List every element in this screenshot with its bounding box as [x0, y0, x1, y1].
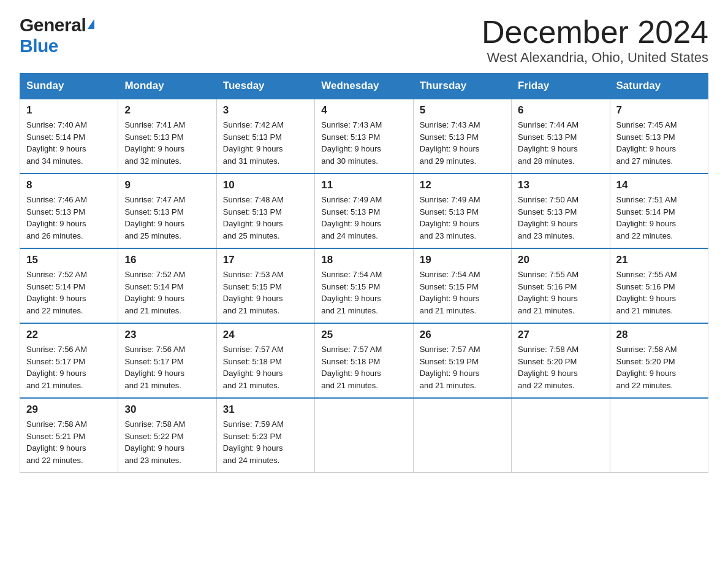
day-number: 29 [26, 404, 112, 416]
day-info: Sunrise: 7:51 AMSunset: 5:14 PMDaylight:… [616, 195, 677, 240]
calendar-cell: 13Sunrise: 7:50 AMSunset: 5:13 PMDayligh… [512, 174, 610, 248]
day-number: 31 [223, 404, 308, 416]
calendar-cell: 17Sunrise: 7:53 AMSunset: 5:15 PMDayligh… [216, 248, 314, 323]
location-subtitle: West Alexandria, Ohio, United States [482, 50, 708, 66]
day-number: 21 [616, 254, 702, 266]
calendar-cell: 18Sunrise: 7:54 AMSunset: 5:15 PMDayligh… [315, 248, 413, 323]
day-info: Sunrise: 7:43 AMSunset: 5:13 PMDaylight:… [420, 120, 480, 166]
calendar-cell: 1Sunrise: 7:40 AMSunset: 5:14 PMDaylight… [20, 99, 118, 174]
calendar-week-row: 15Sunrise: 7:52 AMSunset: 5:14 PMDayligh… [20, 248, 708, 323]
calendar-cell: 30Sunrise: 7:58 AMSunset: 5:22 PMDayligh… [118, 398, 216, 473]
calendar-cell: 20Sunrise: 7:55 AMSunset: 5:16 PMDayligh… [512, 248, 610, 323]
day-number: 30 [124, 404, 210, 416]
calendar-cell: 11Sunrise: 7:49 AMSunset: 5:13 PMDayligh… [315, 174, 413, 248]
month-title: December 2024 [482, 15, 708, 50]
calendar-cell: 26Sunrise: 7:57 AMSunset: 5:19 PMDayligh… [413, 323, 511, 398]
day-info: Sunrise: 7:54 AMSunset: 5:15 PMDaylight:… [420, 270, 480, 315]
day-info: Sunrise: 7:58 AMSunset: 5:21 PMDaylight:… [26, 419, 87, 465]
day-number: 16 [124, 254, 210, 266]
header-tuesday: Tuesday [216, 74, 314, 99]
calendar-cell [413, 398, 511, 473]
day-number: 17 [223, 254, 308, 266]
day-info: Sunrise: 7:54 AMSunset: 5:15 PMDaylight:… [321, 270, 382, 315]
day-number: 24 [223, 329, 308, 341]
day-info: Sunrise: 7:40 AMSunset: 5:14 PMDaylight:… [26, 120, 87, 166]
day-info: Sunrise: 7:58 AMSunset: 5:22 PMDaylight:… [124, 419, 185, 465]
day-number: 22 [26, 329, 112, 341]
logo-triangle-icon [88, 19, 94, 29]
header-wednesday: Wednesday [315, 74, 413, 99]
calendar-cell: 23Sunrise: 7:56 AMSunset: 5:17 PMDayligh… [118, 323, 216, 398]
calendar-cell: 9Sunrise: 7:47 AMSunset: 5:13 PMDaylight… [118, 174, 216, 248]
day-info: Sunrise: 7:55 AMSunset: 5:16 PMDaylight:… [616, 270, 677, 315]
day-info: Sunrise: 7:58 AMSunset: 5:20 PMDaylight:… [616, 345, 677, 390]
day-number: 8 [26, 179, 112, 191]
day-info: Sunrise: 7:52 AMSunset: 5:14 PMDaylight:… [124, 270, 185, 315]
calendar-cell: 7Sunrise: 7:45 AMSunset: 5:13 PMDaylight… [610, 99, 708, 174]
day-info: Sunrise: 7:59 AMSunset: 5:23 PMDaylight:… [223, 419, 284, 465]
day-number: 11 [321, 179, 406, 191]
calendar-cell [512, 398, 610, 473]
day-number: 26 [420, 329, 505, 341]
calendar-cell: 14Sunrise: 7:51 AMSunset: 5:14 PMDayligh… [610, 174, 708, 248]
day-info: Sunrise: 7:43 AMSunset: 5:13 PMDaylight:… [321, 120, 382, 166]
day-number: 27 [518, 329, 603, 341]
calendar-cell: 3Sunrise: 7:42 AMSunset: 5:13 PMDaylight… [216, 99, 314, 174]
day-number: 25 [321, 329, 406, 341]
calendar-cell: 24Sunrise: 7:57 AMSunset: 5:18 PMDayligh… [216, 323, 314, 398]
day-info: Sunrise: 7:48 AMSunset: 5:13 PMDaylight:… [223, 195, 284, 240]
day-info: Sunrise: 7:53 AMSunset: 5:15 PMDaylight:… [223, 270, 284, 315]
day-info: Sunrise: 7:47 AMSunset: 5:13 PMDaylight:… [124, 195, 185, 240]
day-info: Sunrise: 7:52 AMSunset: 5:14 PMDaylight:… [26, 270, 87, 315]
day-number: 4 [321, 104, 406, 117]
calendar-cell: 22Sunrise: 7:56 AMSunset: 5:17 PMDayligh… [20, 323, 118, 398]
day-number: 14 [616, 179, 702, 191]
header-friday: Friday [512, 74, 610, 99]
calendar-cell: 4Sunrise: 7:43 AMSunset: 5:13 PMDaylight… [315, 99, 413, 174]
day-number: 13 [518, 179, 603, 191]
day-number: 12 [420, 179, 505, 191]
day-info: Sunrise: 7:56 AMSunset: 5:17 PMDaylight:… [124, 345, 185, 390]
day-info: Sunrise: 7:41 AMSunset: 5:13 PMDaylight:… [124, 120, 185, 166]
day-info: Sunrise: 7:45 AMSunset: 5:13 PMDaylight:… [616, 120, 677, 166]
day-info: Sunrise: 7:56 AMSunset: 5:17 PMDaylight:… [26, 345, 87, 390]
calendar-cell: 21Sunrise: 7:55 AMSunset: 5:16 PMDayligh… [610, 248, 708, 323]
day-info: Sunrise: 7:42 AMSunset: 5:13 PMDaylight:… [223, 120, 284, 166]
day-info: Sunrise: 7:58 AMSunset: 5:20 PMDaylight:… [518, 345, 578, 390]
day-info: Sunrise: 7:50 AMSunset: 5:13 PMDaylight:… [518, 195, 578, 240]
day-number: 1 [26, 104, 112, 117]
day-number: 5 [420, 104, 505, 117]
day-info: Sunrise: 7:44 AMSunset: 5:13 PMDaylight:… [518, 120, 578, 166]
day-info: Sunrise: 7:49 AMSunset: 5:13 PMDaylight:… [420, 195, 480, 240]
logo: General Blue [20, 15, 94, 56]
calendar-cell: 8Sunrise: 7:46 AMSunset: 5:13 PMDaylight… [20, 174, 118, 248]
calendar-cell: 10Sunrise: 7:48 AMSunset: 5:13 PMDayligh… [216, 174, 314, 248]
calendar-cell: 31Sunrise: 7:59 AMSunset: 5:23 PMDayligh… [216, 398, 314, 473]
day-number: 2 [124, 104, 210, 117]
header-sunday: Sunday [20, 74, 118, 99]
calendar-cell: 19Sunrise: 7:54 AMSunset: 5:15 PMDayligh… [413, 248, 511, 323]
calendar-cell: 27Sunrise: 7:58 AMSunset: 5:20 PMDayligh… [512, 323, 610, 398]
page-header: General Blue December 2024 West Alexandr… [20, 15, 708, 66]
calendar-cell: 29Sunrise: 7:58 AMSunset: 5:21 PMDayligh… [20, 398, 118, 473]
day-number: 10 [223, 179, 308, 191]
day-number: 3 [223, 104, 308, 117]
day-number: 20 [518, 254, 603, 266]
calendar-cell: 16Sunrise: 7:52 AMSunset: 5:14 PMDayligh… [118, 248, 216, 323]
day-number: 19 [420, 254, 505, 266]
day-info: Sunrise: 7:46 AMSunset: 5:13 PMDaylight:… [26, 195, 87, 240]
day-info: Sunrise: 7:55 AMSunset: 5:16 PMDaylight:… [518, 270, 578, 315]
calendar-week-row: 1Sunrise: 7:40 AMSunset: 5:14 PMDaylight… [20, 99, 708, 174]
calendar-cell: 15Sunrise: 7:52 AMSunset: 5:14 PMDayligh… [20, 248, 118, 323]
calendar-cell: 6Sunrise: 7:44 AMSunset: 5:13 PMDaylight… [512, 99, 610, 174]
calendar-cell: 5Sunrise: 7:43 AMSunset: 5:13 PMDaylight… [413, 99, 511, 174]
logo-general-text: General [20, 15, 86, 36]
day-number: 28 [616, 329, 702, 341]
calendar-cell [610, 398, 708, 473]
header-thursday: Thursday [413, 74, 511, 99]
day-number: 15 [26, 254, 112, 266]
calendar-cell: 28Sunrise: 7:58 AMSunset: 5:20 PMDayligh… [610, 323, 708, 398]
day-number: 18 [321, 254, 406, 266]
day-info: Sunrise: 7:57 AMSunset: 5:18 PMDaylight:… [321, 345, 382, 390]
day-info: Sunrise: 7:49 AMSunset: 5:13 PMDaylight:… [321, 195, 382, 240]
